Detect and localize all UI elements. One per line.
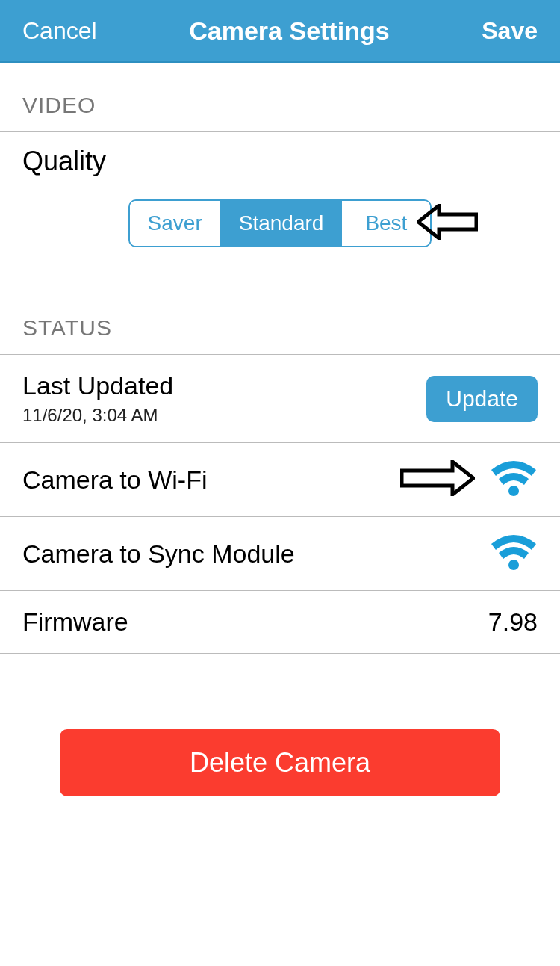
last-updated-text: Last Updated 11/6/20, 3:04 AM <box>22 371 173 426</box>
quality-label: Quality <box>22 146 538 177</box>
firmware-value: 7.98 <box>488 607 538 637</box>
wifi-icon <box>490 459 538 500</box>
delete-camera-button[interactable]: Delete Camera <box>60 729 500 796</box>
camera-wifi-row: Camera to Wi-Fi <box>0 443 560 517</box>
firmware-row: Firmware 7.98 <box>0 591 560 654</box>
svg-point-0 <box>508 486 519 496</box>
video-section-header: VIDEO <box>0 63 560 131</box>
last-updated-row: Last Updated 11/6/20, 3:04 AM Update <box>0 354 560 443</box>
camera-sync-label: Camera to Sync Module <box>22 539 295 569</box>
firmware-label: Firmware <box>22 607 128 637</box>
delete-wrap: Delete Camera <box>0 654 560 796</box>
last-updated-label: Last Updated <box>22 371 173 400</box>
arrow-left-icon <box>417 204 478 243</box>
save-button[interactable]: Save <box>482 17 538 45</box>
status-section-header: STATUS <box>0 270 560 354</box>
camera-wifi-right <box>400 459 538 500</box>
page-title: Camera Settings <box>189 16 389 46</box>
last-updated-value: 11/6/20, 3:04 AM <box>22 405 173 426</box>
arrow-right-icon <box>400 460 475 499</box>
segmented-row: Saver Standard Best <box>22 199 538 247</box>
svg-point-1 <box>508 560 519 570</box>
wifi-icon <box>490 533 538 574</box>
quality-segmented-control: Saver Standard Best <box>128 199 432 247</box>
camera-wifi-label: Camera to Wi-Fi <box>22 465 207 495</box>
update-button[interactable]: Update <box>426 376 538 422</box>
cancel-button[interactable]: Cancel <box>22 17 97 45</box>
quality-block: Quality Saver Standard Best <box>0 132 560 270</box>
navbar: Cancel Camera Settings Save <box>0 0 560 63</box>
segment-saver[interactable]: Saver <box>130 201 221 246</box>
camera-sync-row: Camera to Sync Module <box>0 517 560 591</box>
segment-standard[interactable]: Standard <box>221 201 343 246</box>
